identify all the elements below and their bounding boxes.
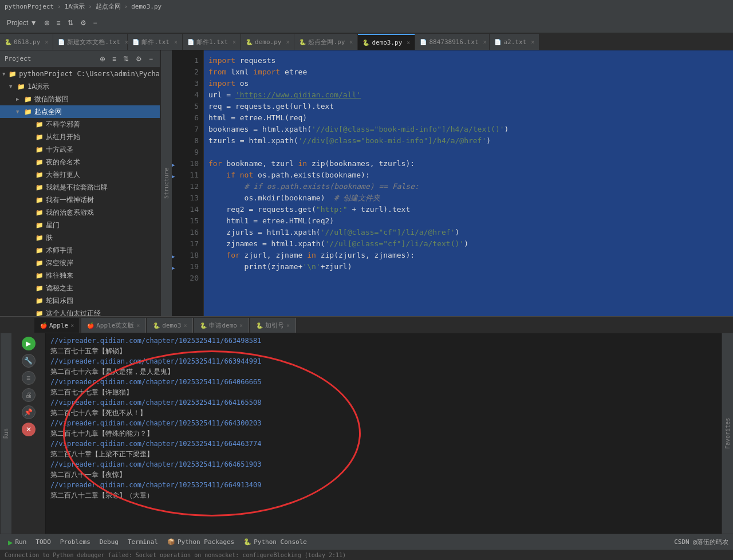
status-bar: ▶ Run TODO Problems Debug Terminal 📦 Pyt… bbox=[0, 534, 733, 550]
toolbar-icon3[interactable]: ⇅ bbox=[64, 17, 77, 29]
tree-item-wdzy[interactable]: 📁 我的治愈系游戏 bbox=[0, 206, 160, 219]
tab-close[interactable]: × bbox=[232, 39, 236, 45]
tab-0618py[interactable]: 🐍 0618.py × bbox=[0, 34, 53, 50]
tab-newtxt[interactable]: 📄 新建文本文档.txt × bbox=[53, 34, 128, 50]
tab-close[interactable]: × bbox=[531, 39, 534, 45]
output-line-7: //vipreader.qidian.com/chapter/102532541… bbox=[50, 397, 717, 408]
tab-label: 邮件1.txt bbox=[196, 38, 228, 46]
run-tool1[interactable]: 🔧 bbox=[22, 354, 36, 368]
tree-item-gmz[interactable]: 📁 诡秘之主 bbox=[0, 282, 160, 294]
run-tab-close[interactable]: × bbox=[239, 322, 243, 329]
run-pin-btn[interactable]: 📌 bbox=[22, 405, 36, 419]
run-tab-apple-en[interactable]: 🍎 Apple英文版 × bbox=[81, 318, 146, 333]
run-tab-close[interactable]: × bbox=[286, 322, 290, 329]
tree-item-wx[interactable]: ▶ 📁 微信防撤回 bbox=[0, 93, 160, 105]
tree-item-fu[interactable]: 📁 肤 bbox=[0, 231, 160, 244]
sidebar-settings-btn[interactable]: ⚙ bbox=[133, 54, 144, 64]
tree-item-chhy[interactable]: 📁 从红月开始 bbox=[0, 131, 160, 143]
structure-tab[interactable]: Structure bbox=[160, 50, 172, 316]
tab-close[interactable]: × bbox=[483, 39, 486, 45]
status-debug[interactable]: Debug bbox=[96, 534, 122, 550]
folder-icon: 📁 bbox=[36, 285, 44, 292]
tree-label: 蛇回乐园 bbox=[46, 296, 73, 306]
tree-item-1a[interactable]: ▼ 📁 1A演示 bbox=[0, 80, 160, 93]
tab-qidian[interactable]: 🐍 起点全网.py × bbox=[294, 34, 358, 50]
tree-item-ymms[interactable]: 📁 夜的命名术 bbox=[0, 156, 160, 168]
tab-close[interactable]: × bbox=[407, 40, 410, 46]
toolbar-minus[interactable]: − bbox=[90, 17, 101, 29]
run-list-btn[interactable]: ≡ bbox=[22, 371, 36, 385]
sidebar-close-btn[interactable]: − bbox=[147, 54, 155, 64]
sidebar-collapse-btn[interactable]: ⊕ bbox=[97, 54, 108, 64]
fold-marker-19: ▶ bbox=[172, 265, 175, 271]
sidebar-toolbar: Project ⊕ ≡ ⇅ ⚙ − bbox=[0, 50, 160, 68]
output-line-4: 第二百七十六章【是人是猫，是人是鬼】 bbox=[50, 366, 717, 377]
tab-demo3py[interactable]: 🐍 demo3.py × bbox=[358, 34, 415, 50]
run-tab-close[interactable]: × bbox=[183, 322, 187, 329]
toolbar-settings[interactable]: ⚙ bbox=[77, 17, 90, 29]
spacer bbox=[27, 197, 36, 203]
tree-item-qidian[interactable]: ▼ 📁 起点全网 bbox=[0, 105, 160, 118]
toolbar-icon2[interactable]: ≡ bbox=[53, 17, 64, 29]
tree-item-wyst[interactable]: 📁 我有一棵神话树 bbox=[0, 194, 160, 206]
tree-item-bkxe[interactable]: 📁 不科学邪善 bbox=[0, 118, 160, 131]
run-print-btn[interactable]: 🖨 bbox=[22, 388, 36, 402]
run-tab-close[interactable]: × bbox=[136, 322, 140, 329]
folder-icon: 📁 bbox=[36, 133, 44, 141]
tab-close[interactable]: × bbox=[174, 39, 178, 45]
tab-884[interactable]: 📄 884738916.txt × bbox=[415, 34, 490, 50]
tree-item-zgr[interactable]: 📁 这个人仙太过正经 bbox=[0, 307, 160, 316]
output-area[interactable]: //vipreader.qidian.com/chapter/102532541… bbox=[46, 333, 722, 534]
py-icon: 🐍 bbox=[362, 40, 369, 46]
tree-item-dsgr[interactable]: 📁 大善打更人 bbox=[0, 168, 160, 181]
sidebar-sort-btn[interactable]: ⇅ bbox=[121, 54, 131, 64]
tree-item-sssf[interactable]: 📁 术师手册 bbox=[0, 244, 160, 257]
tab-a2[interactable]: 📄 a2.txt × bbox=[490, 34, 539, 50]
tree-item-skba[interactable]: 📁 深空彼岸 bbox=[0, 257, 160, 269]
code-line-13: os.mkdir(bookname) # 创建文件夹 bbox=[208, 192, 728, 204]
tree-item-shy[interactable]: 📁 蛇回乐园 bbox=[0, 294, 160, 307]
tab-demopy[interactable]: 🐍 demo.py × bbox=[241, 34, 294, 50]
folder-icon: 📁 bbox=[36, 146, 44, 153]
tab-close[interactable]: × bbox=[45, 39, 48, 45]
apple-icon: 🍎 bbox=[40, 322, 47, 329]
run-tab-jiayinhao[interactable]: 🐍 加引号 × bbox=[250, 318, 296, 333]
run-tab-sqldemo[interactable]: 🐍 申请demo × bbox=[194, 318, 249, 333]
bottom-panel: 🍎 Apple × 🍎 Apple英文版 × 🐍 demo3 × 🐍 申请dem… bbox=[0, 316, 733, 534]
sidebar-expand-btn[interactable]: ≡ bbox=[110, 54, 119, 64]
tab-close[interactable]: × bbox=[349, 39, 353, 45]
spacer bbox=[27, 310, 36, 316]
status-todo[interactable]: TODO bbox=[32, 534, 54, 550]
run-tab-close[interactable]: × bbox=[70, 322, 74, 329]
output-line-5: //vipreader.qidian.com/chapter/102532541… bbox=[50, 377, 717, 387]
tab-mail1[interactable]: 📄 邮件1.txt × bbox=[183, 34, 241, 50]
run-vertical-label[interactable]: Run bbox=[0, 333, 11, 534]
run-stop-btn[interactable]: ✕ bbox=[22, 423, 36, 436]
tree-item-xm[interactable]: 📁 星门 bbox=[0, 219, 160, 231]
run-tab-apple[interactable]: 🍎 Apple × bbox=[34, 318, 80, 333]
status-python-packages[interactable]: 📦 Python Packages bbox=[164, 534, 238, 550]
status-problems[interactable]: Problems bbox=[57, 534, 94, 550]
tree-item-wjbs[interactable]: 📁 我就是不按套路出牌 bbox=[0, 181, 160, 194]
tree-label: 我就是不按套路出牌 bbox=[46, 183, 108, 192]
arrow-icon: ▼ bbox=[16, 109, 24, 115]
run-tab-label: demo3 bbox=[162, 322, 181, 329]
spacer bbox=[27, 172, 36, 178]
tab-mail[interactable]: 📄 邮件.txt × bbox=[128, 34, 183, 50]
tree-item-sfws[interactable]: 📁 十方武圣 bbox=[0, 143, 160, 156]
tree-item-pythonproject[interactable]: ▼ 📁 pythonProject C:\Users\admin\Pycha bbox=[0, 68, 160, 80]
run-play-btn[interactable]: ▶ bbox=[22, 337, 36, 350]
fold-marker-18: ▶ bbox=[172, 254, 175, 259]
toolbar-project-btn[interactable]: Project ▼ bbox=[3, 17, 41, 29]
tab-close[interactable]: × bbox=[286, 39, 289, 45]
status-python-console[interactable]: 🐍 Python Console bbox=[240, 534, 310, 550]
console-icon: 🐍 bbox=[243, 538, 251, 546]
toolbar-icon1[interactable]: ⊕ bbox=[41, 17, 53, 29]
tree-item-wdl[interactable]: 📁 惟往独来 bbox=[0, 269, 160, 282]
code-editor[interactable]: import requests from lxml import etree i… bbox=[204, 50, 733, 316]
favorites-tab[interactable]: Favorites bbox=[722, 333, 733, 534]
tab-label: demo.py bbox=[255, 38, 281, 46]
status-terminal[interactable]: Terminal bbox=[124, 534, 161, 550]
status-run-btn[interactable]: ▶ Run bbox=[5, 534, 30, 550]
run-tab-demo3[interactable]: 🐍 demo3 × bbox=[147, 318, 193, 333]
